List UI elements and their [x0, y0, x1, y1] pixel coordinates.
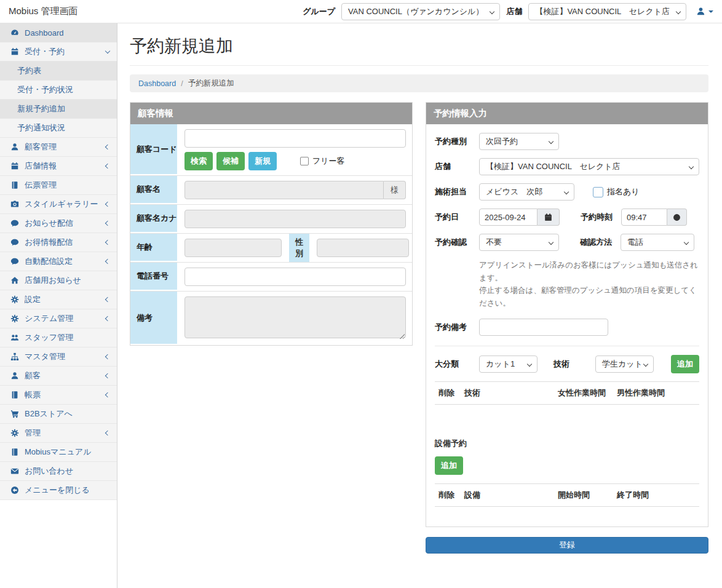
sidebar-item-deals-delivery[interactable]: お得情報配信: [0, 233, 117, 252]
category-select[interactable]: カット1: [479, 356, 538, 373]
sidebar-item-notice-delivery[interactable]: お知らせ配信: [0, 214, 117, 233]
confirm-label: 予約確認: [435, 237, 479, 248]
chevron-left-icon: [105, 145, 110, 149]
store-select[interactable]: 【検証】VAN COUNCIL セレクト店: [528, 3, 686, 20]
sidebar-item-settings[interactable]: 設定: [0, 290, 117, 309]
reservation-type-select[interactable]: 次回予約: [479, 133, 559, 150]
calendar-picker-button[interactable]: [538, 209, 560, 226]
sidebar-item-forms[interactable]: 帳票: [0, 386, 117, 405]
sidebar-item-style-gallery[interactable]: スタイルギャラリー: [0, 195, 117, 214]
date-input[interactable]: [479, 209, 538, 226]
staff-select[interactable]: メビウス 次郎: [479, 183, 574, 201]
sidebar-item-close-menu[interactable]: メニューを閉じる: [0, 481, 117, 500]
sidebar-item-notification-status[interactable]: 予約通知状況: [0, 119, 117, 138]
submit-button[interactable]: 登録: [426, 537, 708, 554]
reservation-info-panel: 予約情報入力 予約種別 次回予約 店舗 【検証】VAN COUNCIL セレクト…: [426, 102, 708, 527]
sidebar-item-reservation-table[interactable]: 予約表: [0, 62, 117, 81]
reservation-panel-header: 予約情報入力: [426, 103, 708, 124]
customer-note-textarea: [184, 296, 406, 338]
sidebar-item-system-management[interactable]: システム管理: [0, 309, 117, 328]
sidebar-item-auto-delivery-settings[interactable]: 自動配信設定: [0, 252, 117, 271]
book-icon: [10, 447, 20, 457]
sidebar-item-mobius-manual[interactable]: Mobiusマニュアル: [0, 443, 117, 462]
top-navbar: Mobius 管理画面 グループ VAN COUNCIL（ヴァンカウンシル） 店…: [0, 0, 722, 23]
gear-icon: [10, 428, 20, 438]
phone-input[interactable]: [184, 268, 406, 286]
tech-select[interactable]: 学生カット: [595, 356, 654, 373]
sidebar-item-dashboard[interactable]: Dashboard: [0, 23, 117, 42]
reservation-memo-label: 予約備考: [435, 322, 479, 333]
new-customer-button[interactable]: 新規: [248, 152, 277, 170]
chevron-down-icon: [549, 139, 553, 144]
customer-code-input[interactable]: [184, 129, 406, 148]
add-tech-button[interactable]: 追加: [671, 355, 699, 373]
category-label: 大分類: [435, 359, 479, 370]
chevron-left-icon: [105, 297, 110, 302]
customer-name-label: 顧客名: [130, 176, 178, 204]
sidebar-item-customer[interactable]: 顧客: [0, 367, 117, 386]
breadcrumb: Dashboard / 予約新規追加: [130, 74, 708, 92]
cart-icon: [10, 409, 20, 419]
candidate-button[interactable]: 候補: [216, 152, 245, 170]
staff-label: 施術担当: [435, 186, 479, 197]
sidebar-item-contact[interactable]: お問い合わせ: [0, 462, 117, 481]
chevron-left-icon: [105, 259, 110, 264]
reservation-memo-input[interactable]: [479, 319, 608, 336]
gear-icon: [10, 295, 20, 304]
customer-kana-input: [184, 210, 406, 228]
search-button[interactable]: 検索: [184, 152, 213, 170]
breadcrumb-current: 予約新規追加: [188, 78, 234, 89]
chevron-left-icon: [105, 240, 110, 245]
sitemap-icon: [10, 352, 20, 362]
group-select[interactable]: VAN COUNCIL（ヴァンカウンシル）: [341, 3, 500, 20]
nomination-checkbox[interactable]: [593, 187, 603, 197]
comment-icon: [10, 237, 20, 247]
reservation-store-select[interactable]: 【検証】VAN COUNCIL セレクト店: [479, 158, 699, 175]
sidebar-item-b2b-store[interactable]: B2Bストアへ: [0, 405, 117, 424]
envelope-icon: [10, 466, 20, 476]
sidebar-item-reception-status[interactable]: 受付・予約状況: [0, 81, 117, 100]
time-picker-button[interactable]: [667, 209, 687, 226]
app-title: Mobius 管理画面: [9, 6, 78, 17]
user-menu[interactable]: [696, 7, 713, 16]
sidebar-item-customer-management[interactable]: 顧客管理: [0, 138, 117, 157]
honorific-suffix: 様: [384, 181, 406, 199]
arrow-circle-left-icon: [10, 485, 20, 495]
sidebar-item-management[interactable]: 管理: [0, 424, 117, 443]
store-field-label: 店舗: [435, 161, 479, 172]
sidebar-item-staff-management[interactable]: スタッフ管理: [0, 328, 117, 348]
user-icon: [10, 142, 20, 152]
main-content: 予約新規追加 Dashboard / 予約新規追加 顧客情報 顧客コード 検索 …: [117, 23, 722, 588]
equipment-label: 設備予約: [435, 438, 699, 449]
sidebar-item-slip-management[interactable]: 伝票管理: [0, 176, 117, 195]
calendar-icon: [10, 161, 20, 171]
comment-icon: [10, 218, 20, 228]
sidebar-item-store-info[interactable]: 店舗情報: [0, 157, 117, 176]
confirm-method-select[interactable]: 電話: [621, 234, 694, 251]
add-equipment-button[interactable]: 追加: [435, 456, 463, 475]
time-input[interactable]: [621, 209, 667, 226]
chevron-left-icon: [105, 431, 110, 435]
free-customer-checkbox[interactable]: [300, 157, 309, 165]
tech-table-header: 削除 技術 女性作業時間 男性作業時間: [435, 381, 699, 405]
sidebar-item-new-reservation[interactable]: 新規予約追加: [0, 100, 117, 119]
sidebar-item-store-notice[interactable]: 店舗用お知らせ: [0, 271, 117, 290]
chevron-left-icon: [105, 164, 110, 169]
home-icon: [10, 276, 20, 285]
customer-kana-label: 顧客名カナ: [130, 205, 178, 233]
sidebar-item-reservations[interactable]: 受付・予約: [0, 42, 117, 62]
age-input: [184, 239, 282, 257]
divider: [435, 346, 699, 346]
chevron-down-icon: [684, 240, 689, 245]
breadcrumb-dashboard-link[interactable]: Dashboard: [138, 79, 176, 88]
clock-icon: [673, 213, 681, 221]
chevron-left-icon: [105, 392, 110, 397]
reservation-type-label: 予約種別: [435, 136, 479, 147]
book-icon: [10, 390, 20, 400]
chevron-down-icon: [527, 361, 532, 366]
users-icon: [10, 333, 20, 343]
confirm-select[interactable]: 不要: [479, 234, 559, 251]
gender-input: [317, 239, 409, 257]
sidebar-item-master-management[interactable]: マスタ管理: [0, 348, 117, 367]
chevron-down-icon: [564, 189, 569, 194]
